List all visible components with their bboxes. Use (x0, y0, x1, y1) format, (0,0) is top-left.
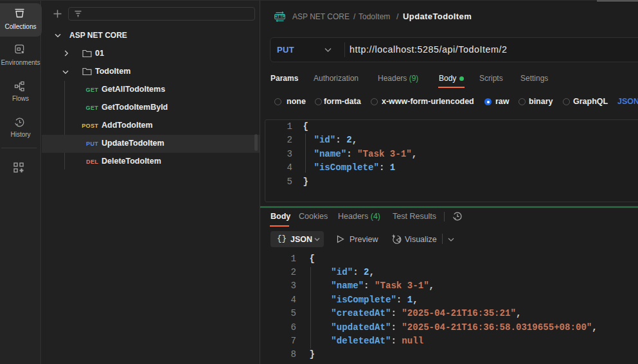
svg-text:HTTP: HTTP (274, 14, 285, 19)
